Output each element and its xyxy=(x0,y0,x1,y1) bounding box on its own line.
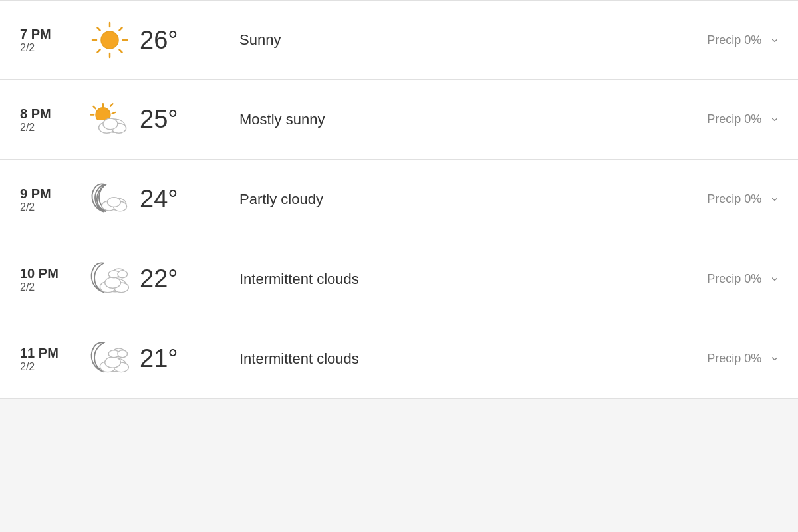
time-label: 11 PM xyxy=(20,345,80,361)
svg-point-34 xyxy=(118,270,128,277)
temperature: 21° xyxy=(140,344,213,373)
expand-chevron[interactable]: › xyxy=(768,197,783,201)
time-label: 9 PM xyxy=(20,186,80,201)
temperature: 25° xyxy=(140,105,213,134)
weather-icon xyxy=(80,180,140,219)
svg-point-31 xyxy=(105,277,121,287)
svg-line-12 xyxy=(110,104,113,106)
weather-description: Mostly sunny xyxy=(213,111,707,128)
date-label: 2/2 xyxy=(20,122,80,134)
weather-row: 10 PM 2/2 22° Intermittent clouds Precip… xyxy=(0,239,798,319)
precip-label: Precip 0% xyxy=(707,112,761,126)
time-block: 7 PM 2/2 xyxy=(20,26,80,54)
weather-row: 9 PM 2/2 24° Partly cloudy Precip 0% › xyxy=(0,160,798,239)
temperature: 22° xyxy=(140,265,213,293)
weather-icon xyxy=(80,259,140,299)
weather-description: Intermittent clouds xyxy=(213,271,707,288)
time-block: 9 PM 2/2 xyxy=(20,186,80,213)
expand-chevron[interactable]: › xyxy=(768,356,783,361)
weather-icon xyxy=(80,100,140,140)
precip-label: Precip 0% xyxy=(707,352,761,366)
svg-point-8 xyxy=(101,31,118,49)
weather-description: Sunny xyxy=(213,31,707,49)
weather-description: Partly cloudy xyxy=(213,191,707,208)
svg-line-7 xyxy=(98,50,100,53)
expand-chevron[interactable]: › xyxy=(768,277,783,281)
date-label: 2/2 xyxy=(20,281,80,293)
expand-chevron[interactable]: › xyxy=(768,117,783,122)
svg-point-38 xyxy=(105,356,121,367)
date-label: 2/2 xyxy=(20,201,80,213)
time-block: 8 PM 2/2 xyxy=(20,106,80,134)
svg-line-5 xyxy=(120,50,122,53)
svg-point-27 xyxy=(107,197,120,207)
weather-row: 11 PM 2/2 21° Intermittent clouds Precip… xyxy=(0,319,798,399)
precip-label: Precip 0% xyxy=(707,192,761,206)
weather-list: 7 PM 2/2 26° Sunny Precip 0% › 8 PM 2/2 xyxy=(0,0,798,399)
svg-line-13 xyxy=(112,112,116,114)
temperature: 26° xyxy=(140,26,213,55)
svg-line-11 xyxy=(93,106,96,108)
precip-label: Precip 0% xyxy=(707,33,761,47)
svg-point-23 xyxy=(103,118,118,129)
weather-row: 7 PM 2/2 26° Sunny Precip 0% › xyxy=(0,0,798,80)
svg-line-4 xyxy=(98,28,100,31)
weather-icon xyxy=(80,339,140,379)
date-label: 2/2 xyxy=(20,361,80,373)
weather-row: 8 PM 2/2 25° Mostly sunny Precip 0% › xyxy=(0,80,798,160)
time-label: 7 PM xyxy=(20,26,80,42)
time-label: 8 PM xyxy=(20,106,80,122)
time-block: 10 PM 2/2 xyxy=(20,265,80,293)
weather-icon xyxy=(80,20,140,60)
time-block: 11 PM 2/2 xyxy=(20,345,80,373)
svg-point-41 xyxy=(118,350,128,357)
precip-label: Precip 0% xyxy=(707,272,761,286)
weather-description: Intermittent clouds xyxy=(213,350,707,368)
time-label: 10 PM xyxy=(20,265,80,281)
svg-line-6 xyxy=(120,28,122,31)
expand-chevron[interactable]: › xyxy=(768,38,783,43)
date-label: 2/2 xyxy=(20,42,80,54)
temperature: 24° xyxy=(140,185,213,213)
